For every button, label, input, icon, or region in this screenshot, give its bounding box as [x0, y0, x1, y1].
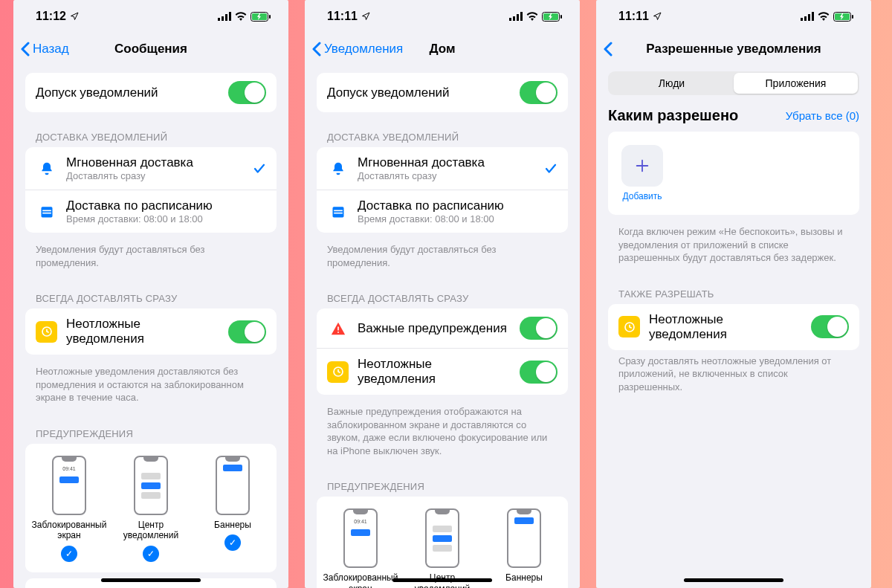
urgent-notifications-toggle[interactable]: Неотложные уведомления	[25, 308, 277, 355]
phone-mock-icon: 09:41	[52, 456, 86, 515]
location-icon	[361, 12, 370, 21]
home-indicator[interactable]	[101, 578, 201, 582]
signal-icon	[218, 12, 231, 21]
back-button[interactable]: Назад	[21, 42, 69, 56]
section-header: ДОСТАВКА УВЕДОМЛЕНИЙ	[317, 118, 568, 147]
svg-rect-24	[801, 18, 803, 21]
screen-home: 11:11 Уведомления Дом Допуск уведомлений…	[305, 0, 580, 588]
urgent-notifications-toggle[interactable]: Неотложные уведомления	[608, 304, 859, 350]
cell-title: Доставка по расписанию	[358, 198, 558, 213]
svg-rect-8	[42, 210, 51, 211]
svg-rect-30	[852, 15, 853, 19]
svg-rect-0	[218, 18, 220, 21]
signal-icon	[801, 12, 814, 21]
status-time: 11:11	[327, 10, 358, 23]
svg-rect-9	[42, 212, 51, 213]
alert-notification-center[interactable]: Центр уведомлений ✓	[113, 456, 189, 562]
nav-header: Назад Сообщения	[13, 33, 288, 65]
toggle-on-icon[interactable]	[811, 315, 849, 338]
checkmark-circle-icon: ✓	[224, 534, 241, 551]
chevron-left-icon	[312, 42, 321, 56]
svg-rect-22	[337, 332, 339, 333]
plus-icon	[634, 158, 650, 174]
back-button[interactable]: Уведомления	[312, 42, 403, 56]
toggle-on-icon[interactable]	[228, 81, 266, 104]
segment-apps[interactable]: Приложения	[734, 73, 858, 94]
status-time: 11:11	[618, 10, 649, 23]
checkmark-icon	[544, 162, 558, 175]
scheduled-delivery-row[interactable]: Доставка по расписанию Время доставки: 0…	[317, 190, 568, 233]
section-header: ПРЕДУПРЕЖДЕНИЯ	[317, 468, 568, 497]
nav-header: Разрешенные уведомления	[596, 33, 871, 65]
alerts-group: 09:41 Заблокированный экран ✓ Центр увед…	[317, 497, 568, 588]
cell-title: Неотложные уведомления	[649, 312, 802, 342]
toggle-on-icon[interactable]	[520, 81, 558, 104]
svg-rect-11	[509, 18, 511, 21]
nav-header: Уведомления Дом	[305, 33, 580, 65]
svg-rect-19	[334, 210, 343, 211]
svg-rect-6	[269, 15, 271, 19]
toggle-on-icon[interactable]	[520, 317, 558, 340]
nav-title: Разрешенные уведомления	[596, 42, 871, 56]
instant-delivery-row[interactable]: Мгновенная доставка Доставлять сразу	[25, 147, 277, 190]
status-bar: 11:11	[596, 0, 871, 33]
content[interactable]: Допуск уведомлений ДОСТАВКА УВЕДОМЛЕНИЙ …	[305, 65, 580, 588]
alerts-group: 09:41 Заблокированный экран ✓ Центр увед…	[25, 444, 277, 572]
back-label: Назад	[33, 42, 69, 56]
add-app-button[interactable]	[621, 145, 663, 187]
alert-label: Центр уведомлений	[113, 520, 189, 541]
chevron-left-icon	[21, 42, 30, 56]
segmented-control[interactable]: Люди Приложения	[608, 71, 859, 95]
svg-rect-17	[560, 15, 562, 19]
content[interactable]: Допуск уведомлений ДОСТАВКА УВЕДОМЛЕНИЙ …	[13, 65, 288, 588]
warning-icon	[327, 321, 349, 336]
svg-rect-18	[332, 207, 343, 217]
home-indicator[interactable]	[684, 578, 783, 582]
alert-notification-center[interactable]: Центр уведомлений ✓	[404, 508, 480, 588]
status-time: 11:12	[36, 10, 66, 23]
alert-banners[interactable]: Баннеры ✓	[486, 508, 562, 588]
alert-label: Баннеры	[214, 520, 251, 530]
checkmark-circle-icon: ✓	[143, 546, 159, 562]
section-footer: Неотложные уведомления доставляются без …	[25, 361, 277, 415]
section-footer: Уведомления будут доставляться без проме…	[25, 239, 277, 280]
bell-icon	[327, 161, 349, 176]
section-header: ПРЕДУПРЕЖДЕНИЯ	[25, 415, 277, 444]
add-label: Добавить	[621, 191, 663, 201]
status-bar: 11:11	[305, 0, 580, 33]
location-icon	[653, 12, 662, 21]
phone-mock-icon	[216, 456, 250, 515]
svg-rect-20	[334, 212, 343, 213]
clock-icon	[36, 321, 57, 343]
clear-all-link[interactable]: Убрать все (0)	[786, 109, 859, 122]
cell-title: Важные предупреждения	[358, 321, 511, 336]
svg-rect-27	[812, 12, 814, 21]
section-footer: Когда включен режим «Не беспокоить», выз…	[596, 221, 871, 275]
allow-notifications-toggle[interactable]: Допуск уведомлений	[317, 73, 568, 112]
svg-rect-26	[808, 14, 810, 21]
toggle-on-icon[interactable]	[228, 320, 266, 343]
bell-icon	[36, 161, 57, 176]
back-button[interactable]	[604, 42, 613, 56]
scheduled-delivery-row[interactable]: Доставка по расписанию Время доставки: 0…	[25, 190, 277, 233]
allowed-apps-card: Добавить	[608, 132, 859, 215]
battery-icon	[251, 12, 271, 22]
alert-lock-screen[interactable]: 09:41 Заблокированный экран ✓	[31, 456, 107, 562]
segment-people[interactable]: Люди	[610, 73, 734, 94]
calendar-icon	[327, 204, 349, 219]
allowed-heading: Каким разрешено	[608, 107, 738, 124]
battery-icon	[542, 12, 562, 22]
allow-notifications-toggle[interactable]: Допуск уведомлений	[25, 73, 277, 112]
alert-lock-screen[interactable]: 09:41 Заблокированный экран ✓	[323, 508, 398, 588]
home-indicator[interactable]	[392, 578, 492, 582]
critical-alerts-toggle[interactable]: Важные предупреждения	[317, 308, 568, 349]
alert-banners[interactable]: Баннеры ✓	[195, 456, 271, 562]
svg-rect-2	[225, 14, 227, 21]
toggle-on-icon[interactable]	[520, 361, 558, 384]
instant-delivery-row[interactable]: Мгновенная доставка Доставлять сразу	[317, 147, 568, 190]
calendar-icon	[36, 204, 57, 219]
urgent-notifications-toggle[interactable]: Неотложные уведомления	[317, 349, 568, 395]
checkmark-icon	[253, 162, 266, 175]
checkmark-circle-icon: ✓	[61, 546, 77, 562]
svg-rect-12	[513, 16, 515, 21]
